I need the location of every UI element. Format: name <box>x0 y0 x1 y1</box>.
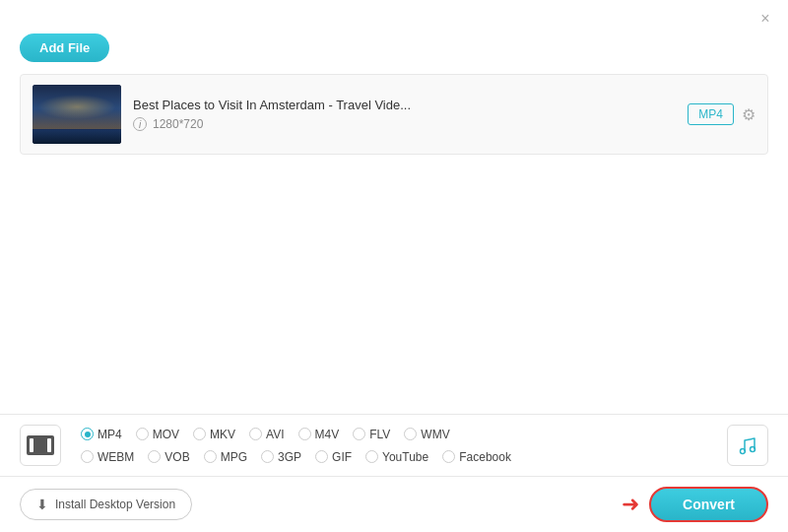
format-label-mkv: MKV <box>210 428 235 441</box>
format-option-youtube[interactable]: YouTube <box>361 448 432 466</box>
radio-avi[interactable] <box>249 428 262 440</box>
content-area <box>0 155 788 352</box>
format-option-wmv[interactable]: WMV <box>400 426 453 443</box>
format-label-facebook: Facebook <box>459 450 511 464</box>
format-label-gif: GIF <box>332 450 352 464</box>
radio-mkv[interactable] <box>193 428 206 440</box>
format-option-mp4[interactable]: MP4 <box>77 426 126 443</box>
format-option-3gp[interactable]: 3GP <box>257 448 305 466</box>
format-label-flv: FLV <box>369 428 390 441</box>
format-options-container: MP4 MOV MKV AVI M4V <box>77 426 717 466</box>
close-button[interactable]: × <box>756 10 774 28</box>
format-option-flv[interactable]: FLV <box>349 426 394 443</box>
radio-gif[interactable] <box>315 450 328 463</box>
video-format-icon[interactable] <box>20 425 61 466</box>
radio-mp4[interactable] <box>81 428 94 440</box>
radio-facebook[interactable] <box>442 450 455 463</box>
format-label-mov: MOV <box>153 428 179 441</box>
radio-vob[interactable] <box>148 450 161 463</box>
radio-3gp[interactable] <box>261 450 274 463</box>
file-resolution: 1280*720 <box>153 117 203 131</box>
bottom-section: MP4 MOV MKV AVI M4V <box>0 414 788 532</box>
install-button-label: Install Desktop Version <box>55 498 175 511</box>
format-label-3gp: 3GP <box>278 450 301 464</box>
format-option-gif[interactable]: GIF <box>311 448 356 466</box>
format-row-2: WEBM VOB MPG 3GP GIF <box>77 448 717 466</box>
file-actions: MP4 ⚙ <box>688 103 755 125</box>
audio-format-icon[interactable] <box>727 425 768 466</box>
toolbar: Add File <box>0 33 788 74</box>
settings-icon[interactable]: ⚙ <box>742 105 755 124</box>
radio-webm[interactable] <box>81 450 94 463</box>
title-bar: × <box>0 0 788 33</box>
format-selector: MP4 MOV MKV AVI M4V <box>0 415 788 477</box>
svg-point-0 <box>741 449 746 454</box>
format-row-1: MP4 MOV MKV AVI M4V <box>77 426 717 443</box>
radio-mpg[interactable] <box>204 450 217 463</box>
radio-mov[interactable] <box>136 428 149 440</box>
file-meta: i 1280*720 <box>133 117 676 131</box>
radio-flv[interactable] <box>353 428 365 440</box>
radio-m4v[interactable] <box>298 428 311 440</box>
format-label-m4v: M4V <box>315 428 340 441</box>
svg-point-1 <box>751 447 755 452</box>
file-title: Best Places to Visit In Amsterdam - Trav… <box>133 98 676 112</box>
radio-youtube[interactable] <box>365 450 378 463</box>
film-strip-icon <box>27 435 54 455</box>
add-file-button[interactable]: Add File <box>20 33 109 62</box>
format-option-vob[interactable]: VOB <box>144 448 193 466</box>
file-list: Best Places to Visit In Amsterdam - Trav… <box>20 74 768 155</box>
format-label-vob: VOB <box>164 450 189 464</box>
file-thumbnail <box>33 85 121 144</box>
format-label-mpg: MPG <box>221 450 247 464</box>
format-option-facebook[interactable]: Facebook <box>438 448 515 466</box>
format-label-avi: AVI <box>266 428 284 441</box>
arrow-icon: ➜ <box>622 492 639 517</box>
format-option-m4v[interactable]: M4V <box>295 426 344 443</box>
music-note-icon <box>737 434 758 456</box>
action-bar: ⬇ Install Desktop Version ➜ Convert <box>0 477 788 532</box>
format-label-webm: WEBM <box>98 450 134 464</box>
info-icon: i <box>133 117 147 131</box>
format-label-mp4: MP4 <box>98 428 122 441</box>
format-badge[interactable]: MP4 <box>688 103 734 125</box>
radio-wmv[interactable] <box>404 428 417 440</box>
format-label-wmv: WMV <box>421 428 449 441</box>
convert-section: ➜ Convert <box>622 487 768 522</box>
format-option-avi[interactable]: AVI <box>245 426 288 443</box>
install-desktop-button[interactable]: ⬇ Install Desktop Version <box>20 489 192 520</box>
download-icon: ⬇ <box>36 497 48 512</box>
format-option-mov[interactable]: MOV <box>132 426 183 443</box>
file-info: Best Places to Visit In Amsterdam - Trav… <box>133 98 676 131</box>
convert-button[interactable]: Convert <box>649 487 768 522</box>
format-option-mkv[interactable]: MKV <box>189 426 239 443</box>
format-label-youtube: YouTube <box>382 450 428 464</box>
format-option-mpg[interactable]: MPG <box>200 448 251 466</box>
format-option-webm[interactable]: WEBM <box>77 448 138 466</box>
